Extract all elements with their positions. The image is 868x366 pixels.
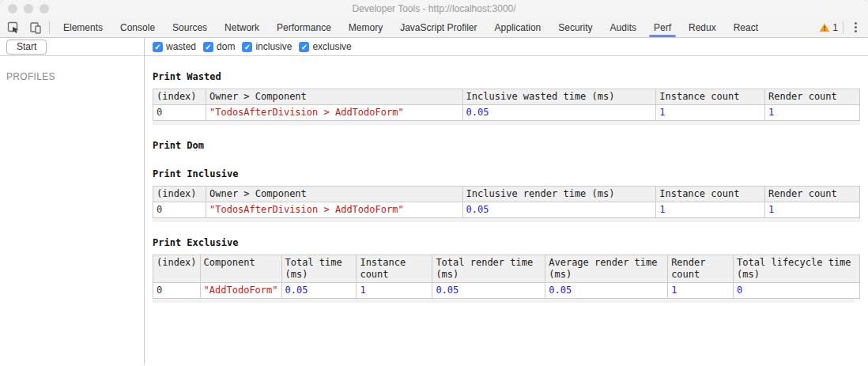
close-window-button[interactable] bbox=[8, 4, 17, 13]
table-row: 0"AddTodoForm"0.0510.050.0510 bbox=[153, 283, 860, 299]
checkbox-exclusive[interactable]: ✓exclusive bbox=[299, 41, 351, 52]
table-cell: 0 bbox=[734, 283, 860, 299]
table-cell: 1 bbox=[656, 202, 765, 218]
warning-badge[interactable]: 1 bbox=[819, 22, 838, 33]
checkbox-label: dom bbox=[217, 41, 235, 52]
table-cell: 0.05 bbox=[281, 283, 357, 299]
column-header[interactable]: Instance count bbox=[656, 187, 765, 202]
zoom-window-button[interactable] bbox=[40, 4, 49, 13]
tab-application[interactable]: Application bbox=[486, 17, 550, 37]
table-cell: 1 bbox=[668, 283, 734, 299]
tool-icons bbox=[5, 17, 49, 37]
column-header[interactable]: Inclusive render time (ms) bbox=[462, 187, 656, 202]
console-table: (index)Owner > ComponentInclusive render… bbox=[153, 186, 860, 218]
section-heading: Print Exclusive bbox=[153, 237, 860, 248]
checkbox-label: exclusive bbox=[312, 41, 351, 52]
column-header[interactable]: (index) bbox=[153, 187, 206, 202]
column-header[interactable]: Instance count bbox=[357, 255, 432, 283]
perf-panel: ✓wasted✓dom✓inclusive✓exclusive Print Wa… bbox=[145, 38, 868, 365]
column-header[interactable]: Render count bbox=[765, 89, 860, 105]
table-cell: 1 bbox=[357, 283, 432, 299]
traffic-lights bbox=[8, 0, 49, 17]
table-cell: "AddTodoForm" bbox=[200, 283, 281, 299]
tab-audits[interactable]: Audits bbox=[602, 17, 645, 37]
toolbar-separator bbox=[49, 21, 50, 34]
checkbox-icon[interactable]: ✓ bbox=[242, 42, 252, 52]
column-header[interactable]: (index) bbox=[153, 255, 201, 283]
table-row: 0"TodosAfterDivision > AddTodoForm"0.051… bbox=[153, 105, 860, 121]
checkbox-icon[interactable]: ✓ bbox=[153, 42, 163, 52]
column-header[interactable]: Render count bbox=[668, 255, 734, 283]
tab-perf[interactable]: Perf bbox=[645, 17, 680, 37]
tab-react[interactable]: React bbox=[725, 17, 767, 37]
sidebar-toolbar: Start bbox=[0, 38, 144, 56]
content-split: Start PROFILES ✓wasted✓dom✓inclusive✓exc… bbox=[0, 38, 868, 365]
column-header[interactable]: Owner > Component bbox=[206, 89, 462, 105]
devtools-window: Developer Tools - http://localhost:3000/… bbox=[0, 0, 868, 366]
tab-console[interactable]: Console bbox=[111, 17, 164, 37]
section-print-wasted: Print Wasted(index)Owner > ComponentIncl… bbox=[153, 71, 860, 125]
kebab-menu-icon[interactable] bbox=[848, 19, 863, 36]
checkbox-label: inclusive bbox=[255, 41, 292, 52]
section-print-exclusive: Print Exclusive(index)ComponentTotal tim… bbox=[153, 237, 860, 303]
checkbox-icon[interactable]: ✓ bbox=[299, 42, 309, 52]
column-header[interactable]: Owner > Component bbox=[206, 187, 462, 202]
tab-memory[interactable]: Memory bbox=[340, 17, 391, 37]
tab-javascript-profiler[interactable]: JavaScript Profiler bbox=[391, 17, 485, 37]
column-header[interactable]: Total lifecycle time (ms) bbox=[734, 255, 860, 283]
column-header[interactable]: Inclusive wasted time (ms) bbox=[462, 89, 656, 105]
table-header-row: (index)Owner > ComponentInclusive render… bbox=[153, 187, 860, 202]
table-cell: 1 bbox=[765, 105, 860, 121]
table-header-row: (index)ComponentTotal time (ms)Instance … bbox=[153, 255, 860, 283]
device-toolbar-icon[interactable] bbox=[27, 20, 44, 36]
section-heading: Print Inclusive bbox=[153, 168, 860, 179]
menu-separator bbox=[843, 21, 843, 34]
table-cell: 0.05 bbox=[432, 283, 545, 299]
table-cell: 0.05 bbox=[462, 105, 656, 121]
table-cell: 0.05 bbox=[545, 283, 668, 299]
section-heading: Print Wasted bbox=[153, 71, 860, 82]
checkbox-wasted[interactable]: ✓wasted bbox=[153, 41, 196, 52]
table-cell: 1 bbox=[765, 202, 860, 218]
table-cell: 1 bbox=[656, 105, 765, 121]
tab-sources[interactable]: Sources bbox=[164, 17, 216, 37]
table-header-row: (index)Owner > ComponentInclusive wasted… bbox=[153, 89, 860, 105]
tab-security[interactable]: Security bbox=[549, 17, 601, 37]
checkbox-inclusive[interactable]: ✓inclusive bbox=[242, 41, 292, 52]
profiles-label: PROFILES bbox=[0, 56, 144, 97]
table-cell: 0 bbox=[153, 105, 206, 121]
warning-count: 1 bbox=[832, 22, 838, 33]
minimize-window-button[interactable] bbox=[24, 4, 33, 13]
section-heading: Print Dom bbox=[153, 140, 860, 151]
column-header[interactable]: Instance count bbox=[656, 89, 765, 105]
tab-strip: ElementsConsoleSourcesNetworkPerformance… bbox=[55, 17, 767, 37]
section-print-inclusive: Print Inclusive(index)Owner > ComponentI… bbox=[153, 168, 860, 222]
console-table: (index)Owner > ComponentInclusive wasted… bbox=[153, 89, 860, 121]
warning-icon bbox=[819, 23, 830, 32]
column-header[interactable]: Total time (ms) bbox=[281, 255, 357, 283]
column-header[interactable]: Component bbox=[200, 255, 281, 283]
column-header[interactable]: Average render time (ms) bbox=[545, 255, 668, 283]
checkbox-label: wasted bbox=[166, 41, 196, 52]
column-header[interactable]: Render count bbox=[765, 187, 860, 202]
start-button[interactable]: Start bbox=[6, 40, 47, 55]
checkbox-dom[interactable]: ✓dom bbox=[203, 41, 235, 52]
section-print-dom: Print Dom bbox=[153, 140, 860, 151]
inspect-icon[interactable] bbox=[5, 20, 22, 36]
column-header[interactable]: Total render time (ms) bbox=[432, 255, 545, 283]
table-cell: 0.05 bbox=[462, 202, 656, 218]
tab-performance[interactable]: Performance bbox=[268, 17, 340, 37]
tab-elements[interactable]: Elements bbox=[55, 17, 111, 37]
tab-redux[interactable]: Redux bbox=[680, 17, 725, 37]
tab-network[interactable]: Network bbox=[216, 17, 268, 37]
table-row: 0"TodosAfterDivision > AddTodoForm"0.051… bbox=[153, 202, 860, 218]
table-cell: 0 bbox=[153, 283, 201, 299]
table-filler bbox=[153, 218, 860, 222]
filter-toolbar: ✓wasted✓dom✓inclusive✓exclusive bbox=[145, 38, 868, 56]
table-cell: "TodosAfterDivision > AddTodoForm" bbox=[206, 202, 462, 218]
titlebar: Developer Tools - http://localhost:3000/ bbox=[0, 0, 868, 17]
console-table: (index)ComponentTotal time (ms)Instance … bbox=[153, 255, 860, 299]
checkbox-icon[interactable]: ✓ bbox=[203, 42, 213, 52]
column-header[interactable]: (index) bbox=[153, 89, 206, 105]
devtools-tabbar: ElementsConsoleSourcesNetworkPerformance… bbox=[0, 17, 868, 38]
